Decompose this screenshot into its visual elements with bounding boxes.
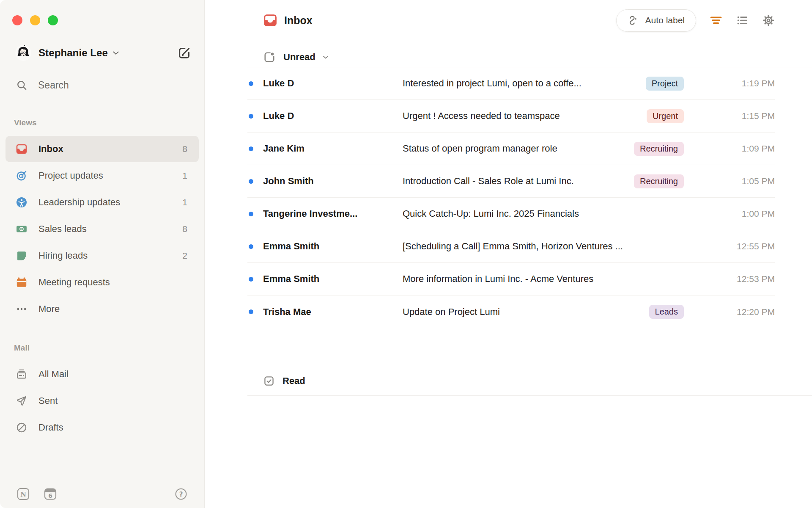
email-sender: Emma Smith <box>263 273 392 284</box>
email-sender: Luke D <box>263 78 392 89</box>
sidebar-item-label: Leadership updates <box>38 197 120 208</box>
sidebar-item-sent[interactable]: Sent <box>5 388 199 414</box>
sidebar-item-more[interactable]: More <box>5 296 199 322</box>
email-sender: Tangerine Investme... <box>263 208 392 219</box>
send-icon <box>16 395 27 407</box>
email-tag: Leads <box>649 305 684 319</box>
search-input[interactable]: Search <box>16 80 204 91</box>
list-view-icon[interactable] <box>736 14 749 27</box>
user-name: Stephanie Lee <box>38 47 108 59</box>
email-time: 12:53 PM <box>694 274 775 284</box>
sidebar-item-label: Drafts <box>38 422 63 433</box>
sidebar-item-hiring-leads[interactable]: Hiring leads 2 <box>5 243 199 269</box>
email-sender: John Smith <box>263 176 392 187</box>
email-tag: Recruiting <box>634 142 684 156</box>
minimize-button[interactable] <box>30 15 40 25</box>
sidebar-footer: N 6 ? <box>0 488 204 501</box>
calendar-icon <box>16 276 27 288</box>
zoom-button[interactable] <box>48 15 58 25</box>
sidebar-item-drafts[interactable]: Drafts <box>5 414 199 441</box>
email-sender: Luke D <box>263 110 392 121</box>
unread-dot <box>249 146 253 151</box>
mail-section-label: Mail <box>14 343 204 353</box>
compose-icon[interactable] <box>177 46 192 60</box>
mail-list: All Mail Sent Drafts <box>0 361 204 441</box>
sidebar-item-all-mail[interactable]: All Mail <box>5 361 199 387</box>
sidebar-item-label: Meeting requests <box>38 277 110 288</box>
unread-label: Unread <box>283 52 315 63</box>
views-list: Inbox 8 Project updates 1 Leadership upd… <box>0 136 204 322</box>
email-tag: Project <box>646 77 684 91</box>
account-switcher[interactable]: Stephanie Lee <box>15 45 192 61</box>
search-icon <box>16 80 27 91</box>
email-subject: Update on Project Lumi <box>403 306 641 318</box>
sidebar-item-inbox[interactable]: Inbox 8 <box>5 136 199 162</box>
sidebar-item-count: 8 <box>182 144 187 154</box>
chevron-down-icon[interactable] <box>321 53 330 61</box>
unread-dot <box>249 114 253 119</box>
notion-logo-icon[interactable]: N <box>17 488 30 500</box>
read-group-header[interactable]: Read <box>263 373 812 389</box>
draft-icon <box>16 422 27 433</box>
email-time: 1:05 PM <box>694 176 775 186</box>
sidebar-item-label: Project updates <box>38 170 103 181</box>
sidebar-item-label: Sales leads <box>38 224 87 235</box>
main-header: Inbox Auto label <box>205 0 812 41</box>
email-subject: Urgent ! Access needed to teamspace <box>403 110 638 121</box>
help-icon[interactable]: ? <box>175 488 187 500</box>
sidebar-item-label: Hiring leads <box>38 250 88 261</box>
settings-gear-icon[interactable] <box>762 14 775 27</box>
email-row[interactable]: Trisha Mae Update on Project Lumi Leads … <box>247 295 775 328</box>
sidebar-item-sales-leads[interactable]: Sales leads 8 <box>5 216 199 242</box>
auto-label-text: Auto label <box>645 15 685 25</box>
sidebar-item-count: 1 <box>182 171 187 181</box>
auto-label-button[interactable]: Auto label <box>616 9 696 32</box>
email-row[interactable]: Emma Smith More information in Lumi Inc.… <box>247 263 775 295</box>
email-time: 12:55 PM <box>694 241 775 251</box>
email-time: 1:19 PM <box>694 78 775 88</box>
read-checkbox-icon <box>263 375 275 387</box>
email-row[interactable]: Tangerine Investme... Quick Catch-Up: Lu… <box>247 198 775 230</box>
traffic-lights <box>12 15 58 25</box>
unread-dot <box>249 81 253 86</box>
email-tag: Urgent <box>647 109 684 123</box>
person-icon <box>16 196 27 208</box>
close-button[interactable] <box>12 15 22 25</box>
sidebar-item-leadership-updates[interactable]: Leadership updates 1 <box>5 189 199 215</box>
email-sender: Trisha Mae <box>263 306 392 318</box>
email-time: 1:09 PM <box>694 144 775 154</box>
money-icon <box>16 223 27 235</box>
email-time: 1:15 PM <box>694 111 775 121</box>
email-row[interactable]: Luke D Interested in project Lumi, open … <box>247 67 775 100</box>
note-icon <box>16 250 27 262</box>
svg-text:6: 6 <box>48 492 52 499</box>
sidebar-item-project-updates[interactable]: Project updates 1 <box>5 163 199 189</box>
header-toolbar: Auto label <box>616 9 775 32</box>
app-window: Stephanie Lee Search Views Inbox 8 Proje… <box>0 0 812 508</box>
unread-dot <box>249 179 253 184</box>
unread-dot <box>249 309 253 314</box>
sidebar-item-count: 1 <box>182 197 187 207</box>
email-row[interactable]: Luke D Urgent ! Access needed to teamspa… <box>247 100 775 133</box>
sidebar-item-meeting-requests[interactable]: Meeting requests <box>5 269 199 295</box>
allmail-icon <box>16 368 27 380</box>
svg-text:N: N <box>20 491 26 498</box>
email-subject: Quick Catch-Up: Lumi Inc. 2025 Financial… <box>403 208 694 219</box>
email-row[interactable]: Emma Smith [Scheduling a Call] Emma Smit… <box>247 230 775 263</box>
sidebar: Stephanie Lee Search Views Inbox 8 Proje… <box>0 0 205 508</box>
email-subject: [Scheduling a Call] Emma Smith, Horizon … <box>403 241 694 252</box>
calendar-6-icon[interactable]: 6 <box>44 488 57 500</box>
unread-status-icon <box>263 51 276 64</box>
email-row[interactable]: John Smith Introduction Call - Sales Rol… <box>247 165 775 198</box>
email-time: 12:20 PM <box>694 307 775 317</box>
page-title: Inbox <box>284 14 313 27</box>
email-row[interactable]: Jane Kim Status of open program manager … <box>247 133 775 165</box>
inbox-icon <box>16 143 27 155</box>
email-subject: Introduction Call - Sales Role at Lumi I… <box>403 176 625 187</box>
dots-icon <box>16 303 27 315</box>
inbox-icon <box>263 13 277 28</box>
filter-icon[interactable] <box>710 14 722 27</box>
unread-group-header[interactable]: Unread <box>263 49 812 66</box>
chevron-down-icon[interactable] <box>111 48 121 58</box>
auto-label-wand-icon <box>628 14 639 26</box>
